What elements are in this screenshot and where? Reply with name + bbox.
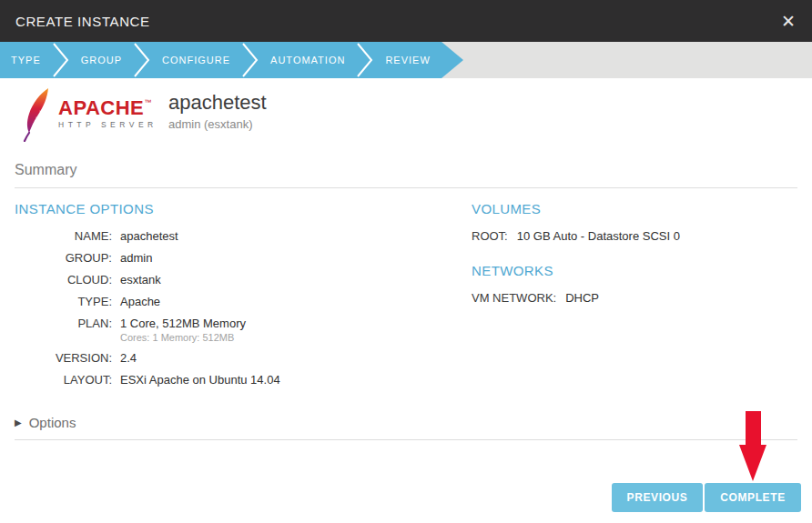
instance-options-heading: INSTANCE OPTIONS bbox=[15, 201, 472, 216]
summary-row-plan: PLAN: 1 Core, 512MB Memory Cores: 1 Memo… bbox=[15, 317, 472, 343]
wizard-step-automation[interactable]: AUTOMATION bbox=[259, 42, 356, 78]
instance-name: apachetest bbox=[168, 91, 267, 114]
previous-button[interactable]: PREVIOUS bbox=[612, 483, 703, 512]
wizard-step-group[interactable]: GROUP bbox=[70, 42, 133, 78]
wizard-step-review-label: REVIEW bbox=[385, 55, 430, 65]
row-label: LAYOUT: bbox=[15, 373, 112, 387]
complete-button[interactable]: COMPLETE bbox=[705, 483, 801, 512]
summary-row-version: VERSION: 2.4 bbox=[15, 351, 472, 365]
summary-columns: INSTANCE OPTIONS NAME: apachetest GROUP:… bbox=[15, 201, 797, 395]
row-label: NAME: bbox=[15, 229, 112, 243]
row-value: 1 Core, 512MB Memory bbox=[120, 317, 246, 330]
summary-row-root-volume: ROOT: 10 GB Auto - Datastore SCSI 0 bbox=[472, 229, 797, 243]
row-value: 10 GB Auto - Datastore SCSI 0 bbox=[517, 229, 680, 243]
brand-row: APACHE™ HTTP SERVER apachetest admin (es… bbox=[15, 87, 797, 144]
options-toggle[interactable]: ▶ Options bbox=[15, 415, 797, 430]
modal-title: CREATE INSTANCE bbox=[15, 14, 150, 29]
options-divider bbox=[15, 439, 797, 440]
plan-detail-subtext: Cores: 1 Memory: 512MB bbox=[120, 332, 472, 343]
trademark-mark: ™ bbox=[144, 98, 151, 106]
instance-heading: apachetest admin (esxtank) bbox=[168, 91, 267, 131]
chevron-separator-icon bbox=[52, 42, 70, 78]
options-label: Options bbox=[29, 415, 76, 430]
annotation-arrow-head bbox=[739, 445, 766, 481]
chevron-separator-icon bbox=[133, 42, 151, 78]
wizard-steps: TYPE GROUP CONFIGURE AUTOMATION REVIEW bbox=[0, 42, 442, 78]
row-label: GROUP: bbox=[15, 251, 112, 265]
row-value: apachetest bbox=[120, 229, 178, 243]
chevron-separator-icon bbox=[241, 42, 259, 78]
networks-heading: NETWORKS bbox=[472, 263, 797, 278]
apache-logo: APACHE™ HTTP SERVER bbox=[15, 87, 168, 142]
row-label: VERSION: bbox=[15, 351, 112, 365]
summary-row-name: NAME: apachetest bbox=[15, 229, 472, 243]
apache-brand-text: APACHE bbox=[58, 98, 144, 118]
modal-content: APACHE™ HTTP SERVER apachetest admin (es… bbox=[0, 78, 812, 440]
caret-right-icon: ▶ bbox=[15, 417, 22, 427]
wizard-arrow-cap bbox=[442, 42, 463, 78]
row-value: esxtank bbox=[120, 273, 161, 287]
row-label: CLOUD: bbox=[15, 273, 112, 287]
close-icon[interactable]: ✕ bbox=[781, 13, 796, 30]
wizard-step-type-label: TYPE bbox=[11, 55, 41, 65]
summary-row-type: TYPE: Apache bbox=[15, 295, 472, 308]
summary-row-vm-network: VM NETWORK: DHCP bbox=[472, 291, 797, 305]
wizard-step-group-label: GROUP bbox=[81, 55, 122, 65]
summary-row-group: GROUP: admin bbox=[15, 251, 472, 265]
row-value: DHCP bbox=[565, 291, 599, 305]
row-value: Apache bbox=[120, 295, 160, 308]
summary-row-cloud: CLOUD: esxtank bbox=[15, 273, 472, 287]
apache-tagline-text: HTTP SERVER bbox=[58, 120, 157, 129]
wizard-step-configure-label: CONFIGURE bbox=[162, 55, 230, 65]
wizard-step-automation-label: AUTOMATION bbox=[270, 55, 345, 65]
row-value: 2.4 bbox=[120, 351, 137, 365]
row-value: admin bbox=[120, 251, 152, 265]
summary-heading: Summary bbox=[15, 162, 797, 188]
row-value: ESXi Apache on Ubuntu 14.04 bbox=[120, 373, 280, 387]
wizard-step-bar: TYPE GROUP CONFIGURE AUTOMATION REVIEW bbox=[0, 42, 812, 78]
wizard-step-configure[interactable]: CONFIGURE bbox=[151, 42, 241, 78]
wizard-step-review[interactable]: REVIEW bbox=[374, 42, 441, 78]
summary-row-layout: LAYOUT: ESXi Apache on Ubuntu 14.04 bbox=[15, 373, 472, 387]
instance-options-section: INSTANCE OPTIONS NAME: apachetest GROUP:… bbox=[15, 201, 472, 395]
modal-header: CREATE INSTANCE ✕ bbox=[0, 0, 812, 42]
row-label: PLAN: bbox=[15, 317, 112, 330]
apache-logo-text: APACHE™ HTTP SERVER bbox=[58, 98, 157, 129]
wizard-step-type[interactable]: TYPE bbox=[0, 42, 52, 78]
create-instance-modal: CREATE INSTANCE ✕ TYPE GROUP CONFIGURE A… bbox=[0, 0, 812, 523]
apache-feather-icon bbox=[20, 87, 55, 142]
chevron-separator-icon bbox=[356, 42, 374, 78]
volumes-networks-section: VOLUMES ROOT: 10 GB Auto - Datastore SCS… bbox=[472, 201, 797, 395]
volumes-heading: VOLUMES bbox=[472, 201, 797, 216]
row-label: VM NETWORK: bbox=[472, 291, 556, 305]
row-label: TYPE: bbox=[15, 295, 112, 308]
modal-footer: PREVIOUS COMPLETE bbox=[612, 483, 801, 512]
row-label: ROOT: bbox=[472, 229, 508, 243]
instance-owner: admin (esxtank) bbox=[168, 117, 267, 131]
